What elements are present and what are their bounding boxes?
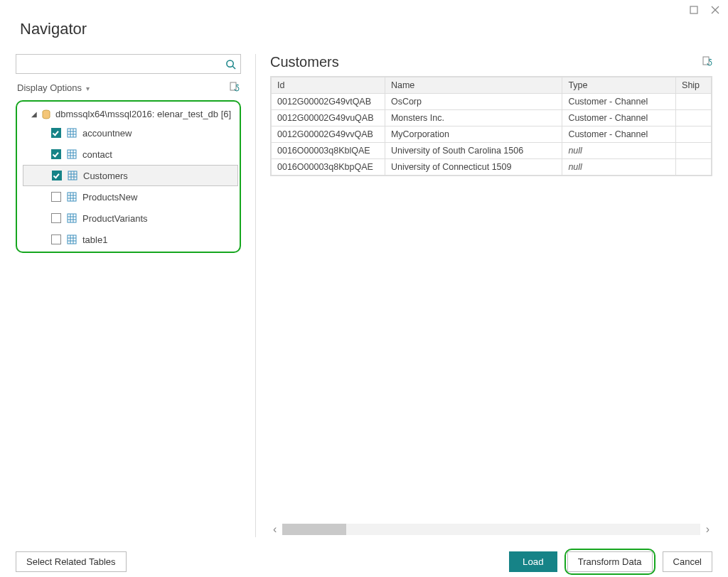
svg-rect-7 — [68, 129, 76, 137]
chevron-down-icon: ▾ — [86, 85, 90, 92]
preview-table: IdNameTypeShip 0012G00002G49vtQABOsCorpC… — [271, 77, 712, 176]
table-icon — [67, 213, 77, 223]
scroll-right-icon[interactable]: › — [703, 523, 712, 536]
load-button[interactable]: Load — [509, 551, 557, 572]
preview-header: Customers — [270, 54, 712, 70]
scroll-track[interactable] — [282, 524, 700, 535]
preview-refresh-icon[interactable] — [701, 55, 712, 69]
table-row[interactable]: 0016O00003q8KblQAEUniversity of South Ca… — [272, 143, 712, 159]
table-icon — [67, 234, 77, 244]
tree-item-productvariants[interactable]: ProductVariants — [18, 207, 238, 229]
svg-rect-5 — [230, 82, 236, 90]
table-row[interactable]: 0012G00002G49vuQABMonsters Inc.Customer … — [272, 110, 712, 126]
tree-item-label: Customers — [83, 171, 128, 181]
checkbox[interactable] — [51, 213, 61, 223]
table-cell: MyCorporation — [385, 126, 562, 143]
tree-database-label: dbmssqlx64\mssql2016: elenar_test_db [6] — [55, 109, 231, 119]
table-cell — [676, 159, 712, 176]
svg-rect-37 — [703, 57, 709, 65]
refresh-icon[interactable] — [228, 81, 240, 95]
cancel-button[interactable]: Cancel — [663, 551, 712, 572]
tree-item-label: table1 — [82, 234, 107, 245]
table-cell: 0016O00003q8KblQAE — [272, 143, 385, 159]
table-icon — [67, 128, 77, 138]
svg-point-3 — [226, 60, 232, 66]
svg-rect-12 — [68, 150, 76, 158]
search-box[interactable] — [16, 54, 241, 74]
transform-data-highlight: Transform Data — [564, 549, 655, 575]
table-icon — [68, 171, 77, 180]
svg-rect-32 — [68, 235, 76, 244]
column-header[interactable]: Type — [562, 77, 676, 94]
table-cell — [676, 110, 712, 126]
table-icon — [67, 192, 77, 202]
table-tree: ◢ dbmssqlx64\mssql2016: elenar_test_db [… — [16, 100, 241, 253]
options-row: Display Options ▾ — [17, 81, 240, 95]
tree-item-customers[interactable]: Customers — [23, 165, 238, 186]
dialog-footer: Select Related Tables Load Transform Dat… — [16, 549, 712, 575]
scroll-thumb[interactable] — [282, 524, 346, 535]
table-cell: 0012G00002G49vvQAB — [272, 126, 385, 143]
dialog-body: Display Options ▾ ◢ dbmssqlx64\mssql2016… — [16, 54, 712, 537]
table-cell: null — [562, 143, 676, 159]
transform-data-button[interactable]: Transform Data — [567, 551, 653, 572]
table-cell: Customer - Channel — [562, 126, 676, 143]
preview-table-wrap: IdNameTypeShip 0012G00002G49vtQABOsCorpC… — [270, 76, 712, 176]
checkbox[interactable] — [51, 149, 61, 159]
table-cell: null — [562, 159, 676, 176]
horizontal-scrollbar[interactable]: ‹ › — [270, 522, 712, 537]
column-header[interactable]: Ship — [676, 77, 712, 94]
tree-item-accountnew[interactable]: accountnew — [18, 122, 238, 144]
tree-item-label: ProductVariants — [82, 213, 148, 224]
dialog-title: Navigator — [20, 20, 712, 38]
navigator-left-panel: Display Options ▾ ◢ dbmssqlx64\mssql2016… — [16, 54, 256, 537]
tree-item-label: accountnew — [82, 128, 132, 139]
display-options-dropdown[interactable]: Display Options ▾ — [17, 82, 90, 93]
tree-item-label: ProductsNew — [82, 192, 137, 203]
svg-line-4 — [232, 66, 235, 69]
select-related-tables-button[interactable]: Select Related Tables — [16, 551, 127, 572]
table-cell: University of Connecticut 1509 — [385, 159, 562, 176]
column-header[interactable]: Name — [385, 77, 562, 94]
scroll-left-icon[interactable]: ‹ — [270, 523, 279, 536]
svg-rect-17 — [68, 171, 77, 180]
checkbox[interactable] — [51, 192, 61, 202]
checkbox[interactable] — [52, 171, 62, 180]
table-cell: University of South Carolina 1506 — [385, 143, 562, 159]
table-row[interactable]: 0016O00003q8KbpQAEUniversity of Connecti… — [272, 159, 712, 176]
navigator-right-panel: Customers IdNameTypeShip 0012G00002G49vt… — [256, 54, 712, 537]
navigator-dialog: Navigator Display Options ▾ — [0, 0, 728, 577]
svg-rect-27 — [68, 214, 76, 222]
search-icon[interactable] — [220, 55, 240, 73]
table-cell: OsCorp — [385, 94, 562, 110]
table-cell — [676, 126, 712, 143]
svg-rect-22 — [68, 193, 76, 201]
collapse-icon[interactable]: ◢ — [31, 110, 37, 118]
checkbox[interactable] — [51, 234, 61, 244]
column-header[interactable]: Id — [272, 77, 385, 94]
preview-title: Customers — [270, 54, 339, 70]
search-input[interactable] — [16, 55, 220, 73]
table-cell: Monsters Inc. — [385, 110, 562, 126]
table-cell: 0012G00002G49vtQAB — [272, 94, 385, 110]
table-cell: Customer - Channel — [562, 94, 676, 110]
table-icon — [67, 149, 77, 159]
table-cell: 0012G00002G49vuQAB — [272, 110, 385, 126]
tree-item-label: contact — [82, 149, 112, 160]
checkbox[interactable] — [51, 128, 61, 138]
tree-database-node[interactable]: ◢ dbmssqlx64\mssql2016: elenar_test_db [… — [18, 104, 238, 122]
table-row[interactable]: 0012G00002G49vtQABOsCorpCustomer - Chann… — [272, 94, 712, 110]
table-cell: Customer - Channel — [562, 110, 676, 126]
database-icon — [41, 109, 51, 119]
display-options-label: Display Options — [17, 82, 82, 93]
tree-item-productsnew[interactable]: ProductsNew — [18, 186, 238, 207]
tree-item-contact[interactable]: contact — [18, 144, 238, 165]
table-row[interactable]: 0012G00002G49vvQABMyCorporationCustomer … — [272, 126, 712, 143]
footer-right-group: Load Transform Data Cancel — [509, 549, 712, 575]
table-cell: 0016O00003q8KbpQAE — [272, 159, 385, 176]
table-cell — [676, 143, 712, 159]
tree-item-table1[interactable]: table1 — [18, 229, 238, 250]
table-cell — [676, 94, 712, 110]
